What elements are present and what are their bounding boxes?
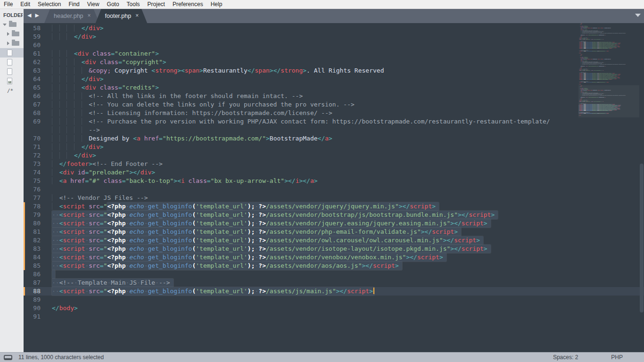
line-number-gutter: 73 <box>24 160 52 168</box>
close-icon[interactable]: × <box>88 13 91 18</box>
selected-text: ··<script·src="<?php·echo·get_bloginfo('… <box>52 219 491 228</box>
close-icon[interactable]: × <box>135 13 139 18</box>
tree-item[interactable]: /* <box>0 86 24 95</box>
selected-text: ··<script·src="<?php·echo·get_bloginfo('… <box>52 228 461 236</box>
tab-label: header.php <box>54 13 83 19</box>
selected-text: ··<script·src="<?php·echo·get_bloginfo('… <box>52 236 483 245</box>
menu-item-goto[interactable]: Goto <box>103 0 123 8</box>
menu-item-tools[interactable]: Tools <box>123 0 144 8</box>
tree-item[interactable] <box>0 76 24 86</box>
line-number-gutter: 67 <box>24 100 52 109</box>
modified-line-marker <box>24 253 25 262</box>
line-number-gutter: 61 <box>24 49 52 58</box>
code-line: 71 </div> <box>24 143 644 151</box>
code-editor[interactable]: 58 </div>59 </div>6061 <div class="conta… <box>24 23 644 352</box>
status-bar: 11 lines, 1000 characters selected Space… <box>0 352 644 362</box>
code-line: 61 <div class="container"> <box>24 49 644 58</box>
chevron-right-icon[interactable] <box>7 32 9 36</box>
sidebar-folders-heading: FOLDERS <box>0 9 23 20</box>
code-line: 88··<script·src="<?php·echo·get_bloginfo… <box>24 287 644 296</box>
chevron-down-icon[interactable] <box>3 24 7 26</box>
line-number-gutter: 64 <box>24 75 52 83</box>
line-number-gutter: 91 <box>24 313 52 321</box>
code-line: 79··<script·src="<?php·echo·get_bloginfo… <box>24 211 644 219</box>
vertical-scrollbar-thumb[interactable] <box>640 164 644 313</box>
menu-item-edit[interactable]: Edit <box>17 0 34 8</box>
line-number-gutter: 66 <box>24 92 52 100</box>
code-line: 69 <!-- Purchase the pro version with wo… <box>24 117 644 126</box>
tab-label: footer.php <box>105 13 132 19</box>
minimap-content: </div> </div> <div class="container"> <d… <box>578 54 639 85</box>
menu-bar: FileEditSelectionFindViewGotoToolsProjec… <box>0 0 644 9</box>
code-line: 70 Designed by <a href="https://bootstra… <box>24 134 644 143</box>
tree-item-selected[interactable] <box>0 48 24 58</box>
minimap-viewport[interactable] <box>578 85 639 117</box>
tab-overflow-dropdown-icon[interactable] <box>635 14 641 17</box>
code-line: 78 <script src="<?php·echo·get_bloginfo(… <box>24 202 644 211</box>
selected-text: ··<script·src="<?php·echo·get_bloginfo('… <box>578 51 609 52</box>
code-line: 77 <!-- Vendor JS Files --> <box>24 194 644 202</box>
file-icon: /* <box>7 88 13 94</box>
code-line: 83··<script·src="<?php·echo·get_bloginfo… <box>24 245 644 253</box>
code-line: 85··<script·src="<?php·echo·get_bloginfo… <box>24 262 644 270</box>
menu-item-preferences[interactable]: Preferences <box>169 0 207 8</box>
file-icon <box>7 59 12 66</box>
tree-item[interactable] <box>0 39 24 48</box>
minimap-content: </div> </div> <div class="container"> <d… <box>578 23 639 54</box>
code-line: 74 <div id="preloader"></div> <box>24 168 644 177</box>
line-number-gutter: 69 <box>24 117 52 126</box>
modified-line-marker <box>24 228 25 236</box>
indent-settings[interactable]: Spaces: 2 <box>553 354 578 361</box>
selected-text: ··<script·src="<?php·echo·get_bloginfo('… <box>52 253 446 262</box>
line-number-gutter: 79 <box>24 211 52 219</box>
selected-text: ··<script·src="<?php·echo·get_bloginfo('… <box>52 211 498 219</box>
menu-item-project[interactable]: Project <box>144 0 169 8</box>
line-number-gutter: 70 <box>24 134 52 143</box>
tree-item[interactable] <box>0 58 24 67</box>
tree-item[interactable] <box>0 29 24 39</box>
tab-bar: ◀▶ header.php×footer.php× <box>24 9 644 23</box>
code-line: 73 </footer><!-- End Footer --> <box>24 160 644 168</box>
syntax-selector[interactable]: PHP <box>611 354 623 361</box>
selected-text: ··<!--·Template·Main·JS·File·--> <box>52 279 173 287</box>
folder-open-icon <box>9 22 17 27</box>
selected-text: <?php·echo·get_bloginfo('template_url');… <box>107 202 439 211</box>
folder-icon <box>12 41 19 46</box>
tab-history-arrows[interactable]: ◀▶ <box>27 12 43 18</box>
code-line: 58 </div> <box>24 24 644 33</box>
line-number-gutter: 74 <box>24 168 52 177</box>
code-line: 89 <box>24 296 644 304</box>
modified-line-marker <box>24 287 25 296</box>
code-line: 65 <div class="credits"> <box>24 83 644 92</box>
tab-header.php[interactable]: header.php× <box>44 9 99 23</box>
menu-item-file[interactable]: File <box>0 0 17 8</box>
menu-item-help[interactable]: Help <box>207 0 226 8</box>
line-number-gutter: 89 <box>24 296 52 304</box>
code-line: 82··<script·src="<?php·echo·get_bloginfo… <box>24 236 644 245</box>
menu-item-selection[interactable]: Selection <box>34 0 65 8</box>
file-icon <box>7 68 12 75</box>
selected-text: ··<script·src="<?php·echo·get_bloginfo('… <box>52 245 491 253</box>
chevron-right-icon[interactable] <box>7 41 9 45</box>
line-number-gutter: 68 <box>24 109 52 117</box>
tab-footer.php[interactable]: footer.php× <box>96 9 148 23</box>
minimap[interactable]: </div> </div> <div class="container"> <d… <box>578 23 639 117</box>
line-number-gutter: 86 <box>24 270 52 279</box>
code-line: --> <box>24 126 644 134</box>
selected-text: ··<script·src="<?php·echo·get_bloginfo('… <box>578 79 612 80</box>
tree-item[interactable] <box>0 67 24 76</box>
menu-item-find[interactable]: Find <box>65 0 83 8</box>
folder-tree[interactable]: /* <box>0 20 24 95</box>
tree-item[interactable] <box>0 20 24 29</box>
line-number-gutter: 71 <box>24 143 52 151</box>
code-line: 72 </div> <box>24 151 644 160</box>
line-number-gutter: 78 <box>24 202 52 211</box>
menu-item-view[interactable]: View <box>83 0 103 8</box>
modified-line-marker <box>24 211 25 219</box>
sidebar[interactable]: FOLDERS /* <box>0 9 24 352</box>
line-number-gutter: 75 <box>24 177 52 185</box>
line-number-gutter: 85 <box>24 262 52 270</box>
line-number-gutter: 59 <box>24 33 52 41</box>
sidebar-toggle-icon[interactable] <box>4 355 12 360</box>
code-line: 76 <box>24 185 644 194</box>
